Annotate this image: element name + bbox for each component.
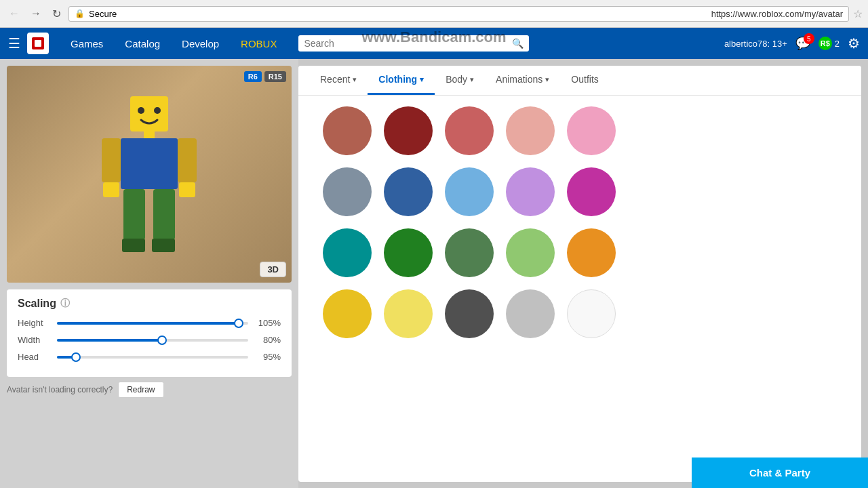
secure-label: Secure	[89, 9, 707, 19]
color-circle[interactable]	[323, 167, 372, 216]
avatar-character	[95, 86, 203, 262]
scaling-title: Scaling ⓘ	[18, 298, 281, 310]
nav-robux[interactable]: ROBUX	[230, 28, 288, 59]
nav-games[interactable]: Games	[60, 28, 114, 59]
robux-icon: R$	[818, 37, 832, 50]
avatar-footer: Avatar isn't loading correctly? Redraw	[7, 380, 292, 400]
recent-chevron: ▾	[353, 75, 357, 84]
width-slider-track	[57, 339, 248, 342]
color-circle[interactable]	[445, 289, 494, 338]
tab-recent[interactable]: Recent ▾	[309, 66, 368, 95]
width-slider-row: Width 80%	[18, 335, 281, 345]
color-row-4	[309, 289, 850, 338]
svg-rect-14	[152, 239, 175, 252]
color-circle[interactable]	[506, 289, 555, 338]
redraw-button[interactable]: Redraw	[118, 382, 163, 398]
nav-right: albertico78: 13+ 💬 5 R$ 2 ⚙	[724, 35, 860, 52]
height-pct: 105%	[254, 318, 281, 328]
clothing-chevron: ▾	[420, 75, 424, 84]
chat-party-button[interactable]: Chat & Party	[692, 458, 868, 488]
animations-chevron: ▾	[545, 75, 549, 84]
browser-toolbar: ← → ↻ 🔒 Secure https://www.roblox.com/my…	[0, 0, 868, 27]
color-row-2	[309, 167, 850, 216]
height-label: Height	[18, 318, 52, 328]
main-layout: R6 R15	[0, 59, 868, 488]
width-label: Width	[18, 335, 52, 345]
svg-rect-12	[122, 239, 145, 252]
scaling-info-icon[interactable]: ⓘ	[60, 298, 70, 310]
head-slider-track	[57, 356, 248, 359]
roblox-logo-svg	[31, 36, 45, 51]
tab-outfits[interactable]: Outfits	[560, 66, 609, 95]
robux-button[interactable]: R$ 2	[818, 37, 840, 50]
color-circle[interactable]	[323, 228, 372, 277]
color-circle[interactable]	[323, 106, 372, 155]
r15-badge[interactable]: R15	[264, 71, 286, 82]
width-pct: 80%	[254, 335, 281, 345]
head-label: Head	[18, 352, 52, 362]
width-slider-thumb[interactable]	[157, 336, 167, 345]
search-input[interactable]	[304, 38, 512, 49]
svg-point-4	[154, 107, 161, 114]
svg-rect-9	[178, 138, 197, 182]
scaling-section: Scaling ⓘ Height 105% Width 80%	[7, 289, 292, 377]
reload-button[interactable]: ↻	[49, 6, 64, 22]
search-icon[interactable]: 🔍	[512, 38, 524, 49]
back-button[interactable]: ←	[5, 6, 23, 21]
svg-rect-8	[103, 182, 119, 197]
color-circle[interactable]	[567, 289, 616, 338]
menu-icon[interactable]: ☰	[8, 35, 20, 52]
color-circle[interactable]	[506, 228, 555, 277]
address-bar: 🔒 Secure https://www.roblox.com/my/avata…	[68, 6, 849, 22]
color-circle[interactable]	[384, 106, 433, 155]
nav-develop[interactable]: Develop	[171, 28, 230, 59]
color-circle[interactable]	[506, 167, 555, 216]
color-row-3	[309, 228, 850, 277]
color-circle[interactable]	[506, 106, 555, 155]
color-circle[interactable]	[567, 106, 616, 155]
avatar-badges: R6 R15	[244, 71, 286, 82]
roblox-navbar: ☰ Games Catalog Develop ROBUX 🔍 albertic…	[0, 28, 868, 59]
nav-catalog[interactable]: Catalog	[114, 28, 171, 59]
3d-button[interactable]: 3D	[260, 262, 286, 277]
svg-rect-5	[144, 131, 155, 138]
color-circle[interactable]	[323, 289, 372, 338]
width-slider-fill	[57, 339, 162, 342]
svg-rect-11	[123, 189, 145, 240]
tab-animations[interactable]: Animations ▾	[485, 66, 560, 95]
height-slider-fill	[57, 322, 239, 325]
color-row-1	[309, 106, 850, 155]
svg-rect-6	[121, 138, 178, 189]
svg-rect-7	[102, 138, 121, 182]
height-slider-thumb[interactable]	[234, 319, 243, 328]
color-circle[interactable]	[445, 106, 494, 155]
color-circle[interactable]	[384, 289, 433, 338]
secure-icon: 🔒	[75, 9, 85, 18]
color-circle[interactable]	[567, 228, 616, 277]
color-circle[interactable]	[384, 228, 433, 277]
color-circle[interactable]	[445, 228, 494, 277]
avatar-error-text: Avatar isn't loading correctly?	[7, 380, 113, 400]
search-bar: 🔍	[298, 35, 529, 52]
avatar-panel: R6 R15	[0, 59, 298, 488]
tab-body[interactable]: Body ▾	[435, 66, 485, 95]
username-label: albertico78: 13+	[724, 39, 787, 49]
roblox-logo[interactable]	[27, 33, 49, 54]
color-circle[interactable]	[567, 167, 616, 216]
settings-icon[interactable]: ⚙	[848, 35, 860, 52]
height-slider-row: Height 105%	[18, 318, 281, 328]
avatar-viewport: R6 R15	[7, 66, 292, 283]
url-text: https://www.roblox.com/my/avatar	[711, 9, 843, 19]
head-slider-thumb[interactable]	[71, 352, 81, 362]
color-circle[interactable]	[445, 167, 494, 216]
forward-button[interactable]: →	[27, 6, 45, 21]
svg-rect-10	[179, 182, 195, 197]
tab-clothing[interactable]: Clothing ▾	[368, 66, 435, 95]
color-circle[interactable]	[384, 167, 433, 216]
notification-badge: 5	[804, 33, 814, 44]
notifications-button[interactable]: 💬 5	[795, 36, 810, 51]
r6-badge[interactable]: R6	[244, 71, 262, 82]
bookmark-icon[interactable]: ☆	[853, 7, 863, 20]
height-slider-track	[57, 322, 248, 325]
nav-links: Games Catalog Develop ROBUX	[60, 28, 288, 59]
